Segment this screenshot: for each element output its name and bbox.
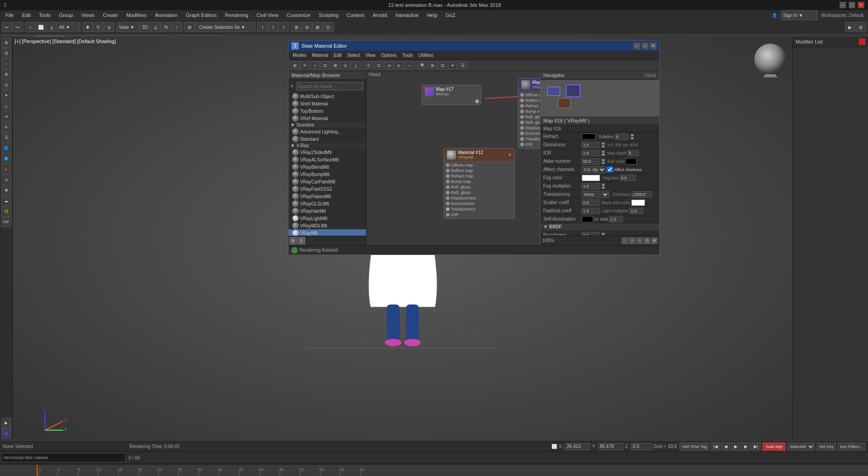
slate-tb-11[interactable]: ⊳ (395, 61, 404, 70)
left-tb-2[interactable]: ⊟ (1, 48, 11, 58)
left-tb-16[interactable]: ☁ (1, 196, 11, 206)
menu-civil-view[interactable]: Civil View (253, 11, 282, 19)
maxscript-mini[interactable]: MAXScript Mini Listener (2, 453, 126, 462)
slate-maximize-btn[interactable]: □ (642, 43, 648, 49)
fog-mult-input[interactable] (582, 183, 600, 189)
create-selection-btn[interactable]: Create Selection Se ▼ (195, 22, 255, 32)
menu-rendering[interactable]: Rendering (222, 11, 252, 19)
scatter-input[interactable] (582, 199, 600, 206)
spinner-snap-btn[interactable]: ↕ (172, 22, 182, 32)
node-map16[interactable]: Map #16 VRayMtl Diffuse map Reflect map (518, 78, 540, 149)
mat-item-vrayalsurface[interactable]: VRayALSurfaceMtl (289, 156, 366, 163)
mat-item-vraycar[interactable]: VRayCarPaintMtl (289, 178, 366, 185)
slate-win-controls[interactable]: ─ □ ✕ (634, 43, 657, 49)
left-tb-14[interactable]: ⊙ (1, 175, 11, 185)
menu-arnold[interactable]: Arnold (369, 11, 391, 19)
mat-item-vraymdl[interactable]: VRayMDLMtl (289, 222, 366, 229)
left-tb-9[interactable]: ⊳ (1, 122, 11, 132)
mat-item-xref[interactable]: XRef Material (289, 115, 366, 122)
auto-key-btn[interactable]: Auto Key (762, 443, 786, 451)
glossiness-spinbtns[interactable]: ▲ ▼ (601, 142, 606, 148)
subdivs-input[interactable] (615, 133, 629, 140)
mat-browser-icon-1[interactable]: ⊞ (289, 237, 297, 244)
slate-tb-16[interactable]: ✦ (448, 61, 457, 70)
slate-menu-edit[interactable]: Edit (332, 52, 344, 58)
playhead[interactable] (37, 465, 38, 476)
abbe-spinbtns[interactable]: ▲ ▼ (601, 158, 606, 165)
left-tb-1[interactable]: ⊕ (1, 38, 11, 48)
fwd-input[interactable] (582, 208, 600, 214)
subdivs-spinbtns[interactable]: ▲ ▼ (630, 133, 634, 140)
slate-menu-utilities[interactable]: Utilities (416, 52, 435, 58)
left-tb-12[interactable]: 🔷 (1, 154, 11, 164)
slate-tb-9[interactable]: ⊡ (374, 61, 384, 70)
prev-frame-btn[interactable]: ◀ (721, 442, 730, 451)
add-time-tag-btn[interactable]: Add Time Tag (679, 443, 709, 451)
render-btn[interactable]: ▶ (845, 22, 855, 32)
mult-input[interactable] (609, 216, 623, 222)
group-scanline[interactable]: ▼ Scanline (289, 122, 366, 128)
roughness-input[interactable] (582, 232, 600, 236)
maxdepth-input[interactable] (628, 150, 639, 156)
left-tb-5[interactable]: ◎ (1, 80, 11, 90)
curve2-btn[interactable]: ⌇ (268, 22, 278, 32)
back-side-swatch[interactable] (631, 199, 645, 206)
mat-item-top-bottom[interactable]: Top/Bottom (289, 107, 366, 115)
maximize-btn[interactable]: □ (849, 2, 855, 8)
ior-spinbtns[interactable]: ▲ ▼ (601, 150, 606, 156)
rotate-btn[interactable]: ↻ (93, 22, 103, 32)
mat-item-vraybump[interactable]: VRayBumpMtl (289, 171, 366, 178)
material-search-input[interactable] (296, 82, 363, 90)
mat-item-vraymtl[interactable]: VRayMtl (289, 229, 366, 236)
mat-item-vrayblend[interactable]: VRayBlendMtl (289, 163, 366, 171)
menu-animation[interactable]: Animation (151, 11, 181, 19)
z-input[interactable] (631, 443, 651, 450)
left-tb-8[interactable]: ⊲ (1, 111, 11, 122)
scale-btn[interactable]: ⇲ (104, 22, 114, 32)
window-controls[interactable]: ─ □ ✕ (840, 2, 864, 8)
slate-tb-13[interactable]: 🔍 (418, 61, 427, 70)
left-tb-square[interactable]: □ (1, 428, 11, 438)
fog-mult-up[interactable]: ▲ (601, 183, 606, 186)
next-frame-btn[interactable]: ▶ (741, 442, 751, 451)
fog-bias-input[interactable] (620, 175, 636, 181)
left-tb-17[interactable]: 🌿 (1, 206, 11, 216)
abbe-down[interactable]: ▼ (601, 161, 606, 165)
slate-tb-3[interactable]: ⊹ (311, 61, 320, 70)
view-dropdown[interactable]: View ▼ (117, 22, 139, 32)
slate-menu-modes[interactable]: Modes (290, 52, 309, 58)
slate-menu-view[interactable]: View (363, 52, 378, 58)
slate-tb-15[interactable]: ⊟ (438, 61, 447, 70)
abbe-up[interactable]: ▲ (601, 158, 606, 161)
node-map17[interactable]: Map #17 Bitmap (422, 85, 481, 105)
slate-tb-7[interactable]: △ (351, 61, 360, 70)
filter-dropdown[interactable]: All ▼ (57, 22, 80, 32)
slate-menu-material[interactable]: Material (310, 52, 331, 58)
slate-tb-4[interactable]: ⊟ (321, 61, 330, 70)
mat-item-vraylight[interactable]: VRayLightMtl (289, 215, 366, 222)
menu-help[interactable]: Help (423, 11, 441, 19)
menu-modifiers[interactable]: Modifiers (122, 11, 150, 19)
glossiness-input[interactable] (582, 142, 600, 148)
self-illum-swatch[interactable] (582, 216, 593, 222)
fog-mult-spinbtns[interactable]: ▲ ▼ (601, 183, 606, 189)
slate-close-btn[interactable]: ✕ (650, 43, 657, 49)
skip-end-btn[interactable]: ▶| (751, 442, 761, 451)
mat-item-shell[interactable]: Shell Material (289, 100, 366, 107)
menu-group[interactable]: Group (55, 11, 77, 19)
left-tb-10[interactable]: ☰ (1, 133, 11, 143)
mat-item-standard[interactable]: Standard (289, 135, 366, 143)
menu-content[interactable]: Content (343, 11, 368, 19)
thickness-input[interactable] (632, 191, 652, 198)
mat-item-multi-sub[interactable]: Multi/Sub-Object (289, 93, 366, 100)
left-tb-15[interactable]: ✤ (1, 185, 11, 195)
mat-item-vrayfast[interactable]: VRayFastSSS2 (289, 185, 366, 193)
3d-snap-btn[interactable]: 3D (140, 22, 150, 32)
fog-color-swatch[interactable] (582, 175, 600, 181)
light-mult-input[interactable] (629, 208, 643, 214)
curve1-btn[interactable]: ⌇ (257, 22, 267, 32)
angle-snap-btn[interactable]: ∠ (150, 22, 161, 32)
affect-channels-select[interactable]: Col..nly (582, 166, 606, 173)
slate-menu-select[interactable]: Select (345, 52, 362, 58)
refract-color-swatch[interactable] (582, 133, 595, 140)
